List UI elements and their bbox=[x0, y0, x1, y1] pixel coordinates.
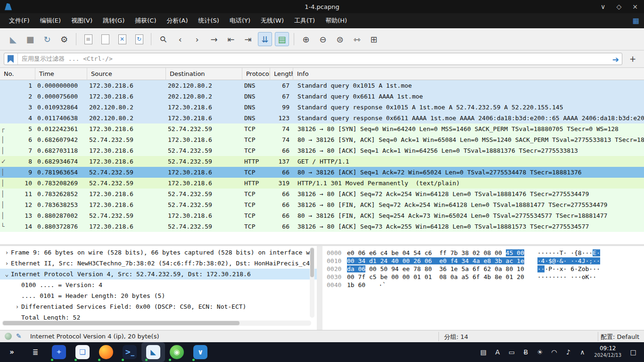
reload-file-icon[interactable]: ↻ bbox=[132, 32, 146, 46]
detail-hex-divider[interactable] bbox=[317, 246, 322, 330]
numbered-columns-icon[interactable]: ⊞ bbox=[367, 32, 381, 46]
menu-item-capture[interactable]: 捕获(C) bbox=[130, 13, 161, 28]
packet-row[interactable]: │90.78196365452.74.232.59172.30.218.6TCP… bbox=[0, 167, 644, 178]
filter-bookmark-icon[interactable] bbox=[8, 55, 14, 63]
menu-item-go[interactable]: 跳转(G) bbox=[98, 13, 130, 28]
start-capture-icon[interactable]: ◣ bbox=[6, 32, 20, 46]
filter-add-button[interactable]: + bbox=[626, 53, 639, 65]
close-file-icon[interactable]: ✕ bbox=[115, 32, 129, 46]
column-header-source[interactable]: Source bbox=[87, 68, 166, 80]
packet-row[interactable]: │110.783262852172.30.218.652.74.232.59TC… bbox=[0, 189, 644, 199]
menu-grid-icon[interactable]: ▦ bbox=[633, 13, 639, 28]
launcher-icon[interactable]: » bbox=[0, 342, 24, 362]
expander-icon[interactable]: › bbox=[3, 258, 11, 269]
status-profile[interactable]: 配置: Default bbox=[601, 333, 639, 341]
go-forward-icon[interactable]: › bbox=[190, 32, 204, 46]
expert-info-icon[interactable] bbox=[5, 333, 12, 340]
battery-icon[interactable]: ▭ bbox=[505, 348, 518, 356]
column-header-length[interactable]: Length bbox=[270, 68, 293, 80]
taskbar-clock[interactable]: 09:12 2024/12/13 bbox=[594, 346, 621, 359]
expander-icon[interactable]: › bbox=[13, 301, 21, 312]
packet-row[interactable]: ✓80.682934674172.30.218.652.74.232.59HTT… bbox=[0, 156, 644, 167]
detail-line[interactable]: .... 0101 = Header Length: 20 bytes (5) bbox=[0, 290, 317, 301]
show-desktop-icon[interactable]: □ bbox=[627, 348, 639, 356]
zoom-out-icon[interactable]: ⊖ bbox=[316, 32, 330, 46]
menu-item-analyze[interactable]: 分析(A) bbox=[161, 13, 193, 28]
firefox-icon[interactable] bbox=[94, 342, 118, 362]
hex-row[interactable]: 0020da 06 00 50 94 ee 78 80 36 1e 5a 6f … bbox=[322, 265, 644, 273]
close-button[interactable]: × bbox=[627, 0, 643, 13]
zoom-in-icon[interactable]: ⊕ bbox=[299, 32, 313, 46]
menu-item-telephony[interactable]: 电话(Y) bbox=[224, 13, 256, 28]
packet-row[interactable]: 30.010932864202.120.80.2172.30.218.6DNS9… bbox=[0, 102, 644, 113]
multitasking-icon[interactable]: ≣ bbox=[24, 342, 47, 362]
column-header-info[interactable]: Info bbox=[293, 68, 644, 80]
clipboard-icon[interactable]: ▤ bbox=[477, 348, 489, 356]
menu-item-wireless[interactable]: 无线(W) bbox=[256, 13, 289, 28]
packet-row[interactable]: │120.783638253172.30.218.652.74.232.59TC… bbox=[0, 199, 644, 210]
detail-horizontal-scrollbar-thumb[interactable] bbox=[3, 321, 239, 325]
volume-icon[interactable]: ♪ bbox=[562, 348, 574, 356]
column-header-no[interactable]: No. bbox=[0, 68, 35, 80]
colorize-toggle-icon[interactable]: ▤ bbox=[275, 32, 289, 46]
detail-vertical-scrollbar[interactable] bbox=[310, 247, 314, 318]
file-manager-icon[interactable]: ❏ bbox=[71, 342, 94, 362]
first-packet-icon[interactable]: ⇤ bbox=[224, 32, 238, 46]
hex-row[interactable]: 00401b 60·` bbox=[322, 281, 644, 289]
hex-row[interactable]: 003000 7f c5 be 00 00 01 01 08 0a a5 6f … bbox=[322, 273, 644, 281]
capture-comment-icon[interactable]: ✎ bbox=[16, 332, 22, 340]
column-header-time[interactable]: Time bbox=[35, 68, 87, 80]
packet-row[interactable]: │100.78320826952.74.232.59172.30.218.6HT… bbox=[0, 178, 644, 189]
menu-item-view[interactable]: 视图(V) bbox=[66, 13, 98, 28]
minimize-button[interactable]: ∨ bbox=[595, 0, 611, 13]
input-method-icon[interactable]: A bbox=[491, 348, 504, 356]
menu-item-file[interactable]: 文件(F) bbox=[4, 13, 35, 28]
detail-vertical-scrollbar-thumb[interactable] bbox=[310, 248, 314, 277]
maximize-button[interactable]: ◇ bbox=[611, 0, 627, 13]
capture-options-icon[interactable]: ⚙ bbox=[57, 32, 71, 46]
zoom-reset-icon[interactable]: ⊜ bbox=[333, 32, 347, 46]
packet-row[interactable]: 10.000000000172.30.218.6202.120.80.2DNS6… bbox=[0, 80, 644, 91]
detail-line[interactable]: ⌄Internet Protocol Version 4, Src: 52.74… bbox=[0, 269, 317, 280]
code-editor-icon[interactable]: ∨ bbox=[189, 342, 212, 362]
packet-row[interactable]: │130.88028700252.74.232.59172.30.218.6TC… bbox=[0, 210, 644, 221]
restart-capture-icon[interactable]: ↻ bbox=[40, 32, 54, 46]
green-app-icon[interactable]: ◉ bbox=[165, 342, 189, 362]
hex-row[interactable]: 0000e0 06 e6 c4 be 04 54 c6 ff 7b 38 02 … bbox=[322, 249, 644, 257]
packet-row[interactable]: ┌50.012242361172.30.218.652.74.232.59TCP… bbox=[0, 123, 644, 134]
menu-item-help[interactable]: 帮助(H) bbox=[320, 13, 352, 28]
detail-line[interactable]: ›Ethernet II, Src: NewH3CTechno_7b:38:02… bbox=[0, 258, 317, 269]
column-header-protocol[interactable]: Protocol bbox=[242, 68, 270, 80]
packet-row[interactable]: 20.000075600172.30.218.6202.120.80.2DNS6… bbox=[0, 91, 644, 102]
packet-row[interactable]: └140.880372876172.30.218.652.74.232.59TC… bbox=[0, 221, 644, 232]
auto-scroll-toggle-icon[interactable]: ⇊ bbox=[258, 32, 272, 46]
packet-row[interactable]: │70.682703118172.30.218.652.74.232.59TCP… bbox=[0, 145, 644, 156]
resize-columns-icon[interactable]: ⇿ bbox=[350, 32, 364, 46]
chevron-up-icon[interactable]: ∧ bbox=[576, 348, 588, 356]
last-packet-icon[interactable]: ⇥ bbox=[241, 32, 255, 46]
menu-item-edit[interactable]: 编辑(E) bbox=[35, 13, 66, 28]
menu-item-statistics[interactable]: 统计(S) bbox=[193, 13, 224, 28]
hex-row[interactable]: 001000 34 d1 24 40 00 26 06 e0 f4 34 4a … bbox=[322, 257, 644, 265]
wifi-icon[interactable]: ◠ bbox=[548, 348, 560, 356]
filter-apply-icon[interactable]: ➔ bbox=[612, 55, 619, 64]
app-store-icon[interactable]: ✦ bbox=[47, 342, 71, 362]
detail-horizontal-scrollbar[interactable] bbox=[2, 321, 311, 326]
stop-capture-icon[interactable]: ■ bbox=[23, 32, 37, 46]
bluetooth-icon[interactable]: Ƀ bbox=[520, 348, 532, 356]
detail-line[interactable]: ›Frame 9: 66 bytes on wire (528 bits), 6… bbox=[0, 247, 317, 258]
detail-line[interactable]: ›Differentiated Services Field: 0x00 (DS… bbox=[0, 301, 317, 312]
go-to-packet-icon[interactable]: → bbox=[207, 32, 221, 46]
wireshark-icon[interactable]: ◣ bbox=[141, 342, 165, 362]
column-header-destination[interactable]: Destination bbox=[166, 68, 242, 80]
packet-row[interactable]: 40.011740638202.120.80.2172.30.218.6DNS1… bbox=[0, 113, 644, 123]
terminal-icon[interactable]: >_ bbox=[118, 342, 141, 362]
brightness-icon[interactable]: ☀ bbox=[534, 348, 546, 356]
expander-icon[interactable]: ⌄ bbox=[3, 269, 11, 280]
display-filter-input[interactable]: 应用显示过滤器 ... <Ctrl-/> ➔ bbox=[4, 53, 622, 65]
menu-item-tools[interactable]: 工具(T) bbox=[289, 13, 320, 28]
packet-row[interactable]: │60.68260794252.74.232.59172.30.218.6TCP… bbox=[0, 134, 644, 145]
expander-icon[interactable]: › bbox=[3, 247, 11, 258]
find-packet-icon[interactable]: ⚲ bbox=[153, 29, 173, 49]
open-file-icon[interactable]: ≡ bbox=[81, 32, 95, 46]
